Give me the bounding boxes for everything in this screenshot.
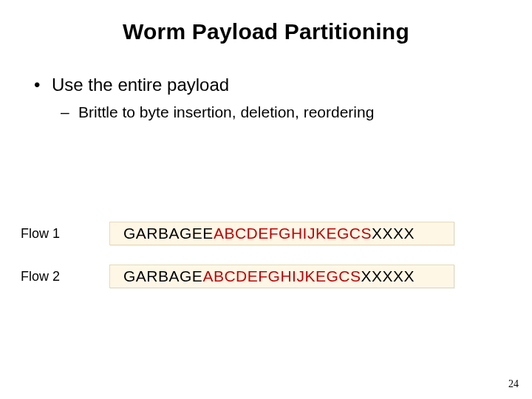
flow-core-text: ABCDEFGHIJKEGCS bbox=[214, 225, 372, 242]
flow-tail-text: XXXX bbox=[372, 225, 415, 242]
flow-garbage-text: GARBAGEE bbox=[123, 225, 214, 242]
bullet-text: Use the entire payload bbox=[52, 75, 229, 95]
page-number: 24 bbox=[508, 378, 519, 390]
flow-label: Flow 1 bbox=[21, 226, 109, 242]
bullet-list-level2: Brittle to byte insertion, deletion, reo… bbox=[52, 102, 511, 122]
bullet-level2-item: Brittle to byte insertion, deletion, reo… bbox=[78, 102, 511, 122]
flow-bar: GARBAGEABCDEFGHIJKEGCSXXXXX bbox=[109, 265, 454, 288]
flow-row: Flow 1 GARBAGEEABCDEFGHIJKEGCSXXXX bbox=[21, 222, 511, 245]
slide-body: Use the entire payload Brittle to byte i… bbox=[0, 44, 532, 122]
slide-title: Worm Payload Partitioning bbox=[0, 0, 532, 44]
flow-core-text: ABCDEFGHIJKEGCS bbox=[202, 267, 361, 284]
slide: Worm Payload Partitioning Use the entire… bbox=[0, 0, 532, 399]
flow-row: Flow 2 GARBAGEABCDEFGHIJKEGCSXXXXX bbox=[21, 265, 511, 288]
flows-container: Flow 1 GARBAGEEABCDEFGHIJKEGCSXXXX Flow … bbox=[21, 222, 511, 307]
flow-label: Flow 2 bbox=[21, 269, 109, 284]
bullet-text: Brittle to byte insertion, deletion, reo… bbox=[78, 103, 374, 120]
bullet-level1-item: Use the entire payload Brittle to byte i… bbox=[52, 74, 511, 122]
bullet-list-level1: Use the entire payload Brittle to byte i… bbox=[21, 74, 511, 122]
flow-bar: GARBAGEEABCDEFGHIJKEGCSXXXX bbox=[109, 222, 454, 245]
flow-garbage-text: GARBAGE bbox=[123, 267, 202, 284]
flow-tail-text: XXXXX bbox=[361, 267, 415, 284]
